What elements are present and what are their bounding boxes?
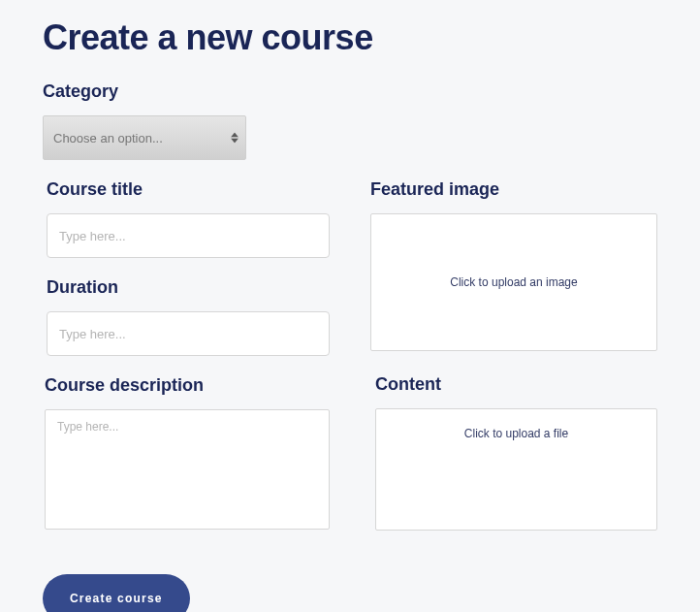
duration-label: Duration: [47, 277, 330, 298]
form-grid: Course title Duration Course description…: [43, 179, 657, 612]
course-description-field: Course description: [43, 375, 330, 533]
form-right-column: Featured image Click to upload an image …: [370, 179, 657, 612]
course-description-input[interactable]: [45, 409, 330, 530]
category-select[interactable]: Choose an option...: [43, 115, 246, 160]
featured-image-upload-text: Click to upload an image: [450, 275, 577, 289]
course-title-label: Course title: [47, 179, 330, 200]
content-upload-text: Click to upload a file: [464, 427, 568, 440]
category-label: Category: [43, 81, 657, 102]
duration-input[interactable]: [47, 311, 330, 356]
category-field: Category Choose an option...: [43, 81, 657, 160]
content-field: Content Click to upload a file: [370, 374, 657, 531]
form-left-column: Course title Duration Course description…: [43, 179, 330, 612]
create-course-button[interactable]: Create course: [43, 574, 190, 612]
course-title-input[interactable]: [47, 213, 330, 258]
page-title: Create a new course: [43, 17, 657, 58]
duration-field: Duration: [43, 277, 330, 356]
content-upload[interactable]: Click to upload a file: [375, 408, 657, 531]
course-title-field: Course title: [43, 179, 330, 258]
featured-image-upload[interactable]: Click to upload an image: [370, 213, 657, 351]
featured-image-label: Featured image: [370, 179, 657, 200]
course-description-label: Course description: [45, 375, 330, 396]
category-select-wrapper: Choose an option...: [43, 115, 246, 160]
featured-image-field: Featured image Click to upload an image: [370, 179, 657, 351]
content-label: Content: [375, 374, 657, 395]
